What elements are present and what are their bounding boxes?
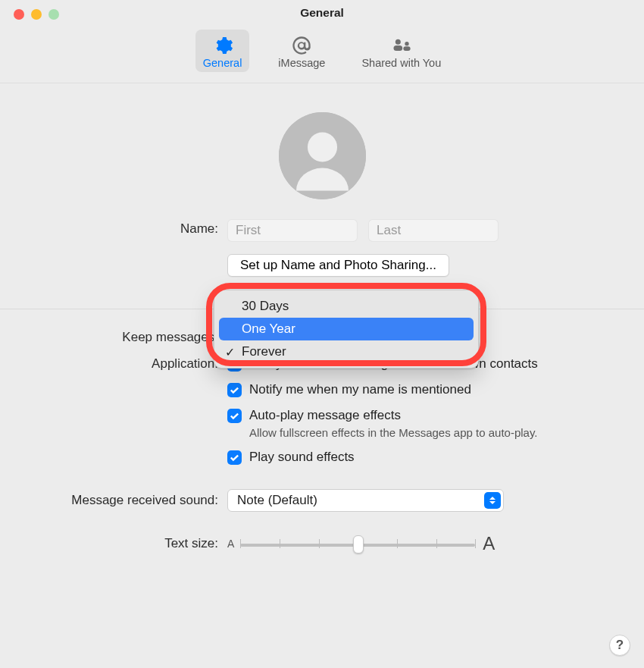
tab-shared[interactable]: Shared with You	[354, 30, 449, 72]
tab-imessage[interactable]: iMessage	[270, 30, 333, 72]
tab-label: General	[203, 57, 242, 69]
at-sign-icon	[286, 34, 317, 57]
text-size-label: Text size:	[20, 536, 227, 551]
keep-messages-label: Keep messages:	[20, 326, 227, 345]
checkmark-icon: ✓	[225, 345, 235, 359]
titlebar: General	[0, 0, 644, 27]
tab-label: Shared with You	[361, 57, 441, 69]
application-label: Application:	[20, 356, 227, 372]
received-sound-label: Message received sound:	[20, 489, 227, 508]
svg-point-0	[395, 39, 401, 45]
play-sound-label: Play sound effects	[249, 450, 355, 465]
autoplay-effects-checkbox[interactable]	[227, 409, 242, 423]
profile-avatar[interactable]	[279, 112, 366, 199]
tab-label: iMessage	[278, 57, 325, 69]
name-label: Name:	[20, 219, 227, 237]
received-sound-select[interactable]: Note (Default)	[227, 489, 504, 512]
tab-general[interactable]: General	[195, 30, 250, 72]
svg-rect-1	[393, 45, 402, 51]
window-title: General	[0, 6, 644, 20]
preferences-toolbar: General iMessage Shared with You	[0, 30, 644, 83]
notify-mentioned-checkbox[interactable]	[227, 383, 242, 397]
last-name-input[interactable]: Last	[368, 219, 499, 242]
text-size-min-icon: A	[227, 538, 234, 550]
notify-mentioned-label: Notify me when my name is mentioned	[249, 382, 471, 397]
autoplay-effects-label: Auto-play message effects	[249, 408, 538, 423]
setup-name-photo-button[interactable]: Set up Name and Photo Sharing...	[227, 254, 449, 277]
keep-option-forever[interactable]: ✓ Forever	[219, 340, 474, 363]
keep-option-oneyear[interactable]: One Year	[219, 318, 474, 340]
text-size-max-icon: A	[483, 533, 495, 554]
svg-point-5	[307, 132, 336, 162]
slider-knob[interactable]	[353, 535, 364, 554]
play-sound-checkbox[interactable]	[227, 450, 242, 465]
help-button[interactable]: ?	[609, 635, 630, 656]
shared-with-you-icon	[386, 34, 417, 57]
received-sound-value: Note (Default)	[237, 493, 317, 508]
text-size-slider[interactable]	[240, 534, 475, 554]
autoplay-effects-sub: Allow fullscreen effects in the Messages…	[249, 426, 538, 439]
svg-point-2	[405, 42, 408, 45]
svg-rect-3	[403, 46, 410, 51]
gear-icon	[208, 34, 238, 57]
chevron-updown-icon	[484, 492, 501, 509]
keep-option-30days[interactable]: 30 Days	[219, 295, 474, 318]
first-name-input[interactable]: First	[227, 219, 358, 242]
keep-messages-menu: 30 Days One Year ✓ Forever	[214, 290, 479, 368]
